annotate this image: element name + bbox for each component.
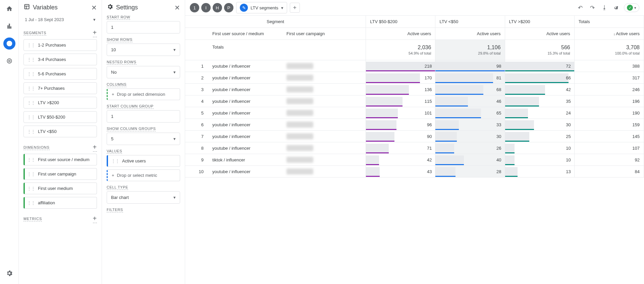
bar-cell: 170 — [366, 72, 435, 83]
show-col-groups-select[interactable]: 5▾ — [107, 133, 180, 145]
bar-cell: 218 — [366, 60, 435, 72]
table-row[interactable]: 10youtube / influencer43281384 — [185, 166, 644, 178]
segment-chip[interactable]: ⋮⋮LTV >$200 — [23, 97, 97, 109]
download-button[interactable]: ⭳ — [600, 3, 609, 12]
main-area: 1IHP ✎ LTV segments ▾ + ↶ ↷ ⭳ ✓▾ — [185, 0, 644, 284]
table-row[interactable]: 6youtube / influencer963330159 — [185, 119, 644, 131]
metric-hdr-1[interactable]: Active users — [435, 28, 505, 40]
pencil-icon: ✎ — [240, 4, 248, 12]
row-source: youtube / influencer — [208, 60, 282, 72]
value-chip-active-users[interactable]: ⋮⋮Active users — [107, 155, 180, 167]
row-dim-1[interactable]: First user campaign — [282, 28, 366, 40]
col-seg-3[interactable]: Totals — [574, 16, 644, 28]
reports-icon[interactable] — [3, 20, 15, 32]
values-drop-zone[interactable]: +Drop or select metric — [107, 169, 180, 181]
active-tab[interactable]: ✎ LTV segments ▾ — [236, 2, 287, 13]
totals-pct-1: 29.8% of total — [439, 51, 500, 55]
dimension-chip[interactable]: ⋮⋮First user medium — [23, 183, 97, 194]
start-row-input[interactable] — [107, 21, 180, 33]
dimension-chip[interactable]: ⋮⋮First user campaign — [23, 168, 97, 180]
gear-icon[interactable] — [3, 267, 15, 279]
show-rows-select[interactable]: 10▾ — [107, 44, 180, 56]
home-icon[interactable] — [3, 3, 15, 15]
table-row[interactable]: 9tiktok / influencer42401092 — [185, 154, 644, 166]
variables-title: Variables — [33, 4, 58, 11]
bar-cell: 71 — [366, 142, 435, 154]
col-seg-2[interactable]: LTV >$200 — [505, 16, 574, 28]
drag-handle-icon: ⋮⋮ — [27, 58, 35, 61]
segment-chip[interactable]: ⋮⋮1-2 Purchases — [23, 39, 97, 51]
add-tab-button[interactable]: + — [290, 3, 300, 13]
left-nav-rail — [0, 0, 19, 284]
row-source: youtube / influencer — [208, 95, 282, 107]
undo-button[interactable]: ↶ — [576, 3, 585, 12]
row-index: 7 — [185, 131, 208, 142]
row-index: 3 — [185, 84, 208, 95]
dimension-label: First user medium — [38, 186, 73, 191]
values-label: VALUES — [107, 149, 122, 154]
bar-cell: 115 — [366, 95, 435, 107]
close-variables-button[interactable]: ✕ — [91, 4, 97, 12]
variables-icon — [23, 3, 30, 12]
row-index: 10 — [185, 166, 208, 178]
redo-button[interactable]: ↷ — [588, 3, 597, 12]
col-seg-1[interactable]: LTV <$50 — [435, 16, 505, 28]
row-campaign-blurred — [282, 142, 366, 154]
total-cell: 246 — [574, 84, 644, 95]
caret-down-icon: ▾ — [93, 17, 96, 22]
segment-chip[interactable]: ⋮⋮LTV $50-$200 — [23, 111, 97, 123]
dimension-chip[interactable]: ⋮⋮First user source / medium — [23, 154, 97, 165]
dimension-chip[interactable]: ⋮⋮affiliation — [23, 197, 97, 209]
row-dim-0[interactable]: First user source / medium — [208, 28, 282, 40]
metric-hdr-2[interactable]: Active users — [505, 28, 574, 40]
caret-down-icon: ▾ — [173, 70, 176, 75]
cell-type-select[interactable]: Bar chart▾ — [107, 191, 180, 204]
total-cell: 196 — [574, 95, 644, 107]
segment-label: 5-6 Purchases — [38, 71, 66, 76]
metric-hdr-sort[interactable]: ↓Active users — [574, 28, 644, 40]
tab-badge[interactable]: H — [213, 3, 222, 12]
status-pill[interactable]: ✓▾ — [624, 3, 639, 12]
segment-chip[interactable]: ⋮⋮7+ Purchases — [23, 82, 97, 94]
row-campaign-blurred — [282, 131, 366, 142]
bar-cell: 72 — [505, 60, 574, 72]
svg-point-0 — [7, 59, 11, 63]
segment-chip[interactable]: ⋮⋮5-6 Purchases — [23, 68, 97, 80]
table-row[interactable]: 4youtube / influencer1154635196 — [185, 95, 644, 107]
add-segment-button[interactable]: + — [93, 29, 97, 37]
metric-hdr-0[interactable]: Active users — [366, 28, 435, 40]
drag-handle-icon: ⋮⋮ — [27, 187, 35, 190]
bar-cell: 65 — [435, 107, 504, 119]
tab-badge[interactable]: I — [201, 3, 211, 12]
col-seg-0[interactable]: LTV $50-$200 — [366, 16, 435, 28]
table-row[interactable]: 5youtube / influencer1016524190 — [185, 107, 644, 119]
date-range-picker[interactable]: 1 Jul - 18 Sept 2023 ▾ — [23, 15, 97, 25]
tab-badge[interactable]: 1 — [190, 3, 199, 12]
table-row[interactable]: 7youtube / influencer903025145 — [185, 131, 644, 142]
add-metric-button[interactable]: + — [93, 215, 97, 223]
segment-label: LTV <$50 — [38, 129, 57, 134]
advertising-icon[interactable] — [3, 55, 15, 67]
table-row[interactable]: 1youtube / influencer2189872388 — [185, 60, 644, 72]
segment-chip[interactable]: ⋮⋮LTV <$50 — [23, 126, 97, 137]
table-row[interactable]: 8youtube / influencer712610107 — [185, 142, 644, 154]
row-index: 6 — [185, 119, 208, 131]
bar-cell: 13 — [505, 166, 574, 177]
drop-metric-label: Drop or select metric — [117, 173, 157, 178]
table-row[interactable]: 2youtube / influencer1708166317 — [185, 72, 644, 84]
start-col-group-input[interactable] — [107, 110, 180, 123]
columns-label: COLUMNS — [107, 82, 126, 87]
close-settings-button[interactable]: ✕ — [174, 4, 180, 12]
segment-chip[interactable]: ⋮⋮3-4 Purchases — [23, 54, 97, 65]
explore-icon[interactable] — [3, 38, 15, 50]
add-dimension-button[interactable]: + — [93, 143, 97, 152]
show-col-groups-label: SHOW COLUMN GROUPS — [107, 127, 156, 131]
nested-rows-select[interactable]: No▾ — [107, 66, 180, 78]
table-row[interactable]: 3youtube / influencer1366842246 — [185, 84, 644, 95]
columns-drop-zone[interactable]: +Drop or select dimension — [107, 88, 180, 100]
tab-badge[interactable]: P — [224, 3, 233, 12]
nested-rows-label: NESTED ROWS — [107, 60, 137, 65]
row-source: youtube / influencer — [208, 131, 282, 142]
share-button[interactable] — [612, 3, 621, 12]
totals-val-3: 3,708 — [579, 45, 640, 51]
